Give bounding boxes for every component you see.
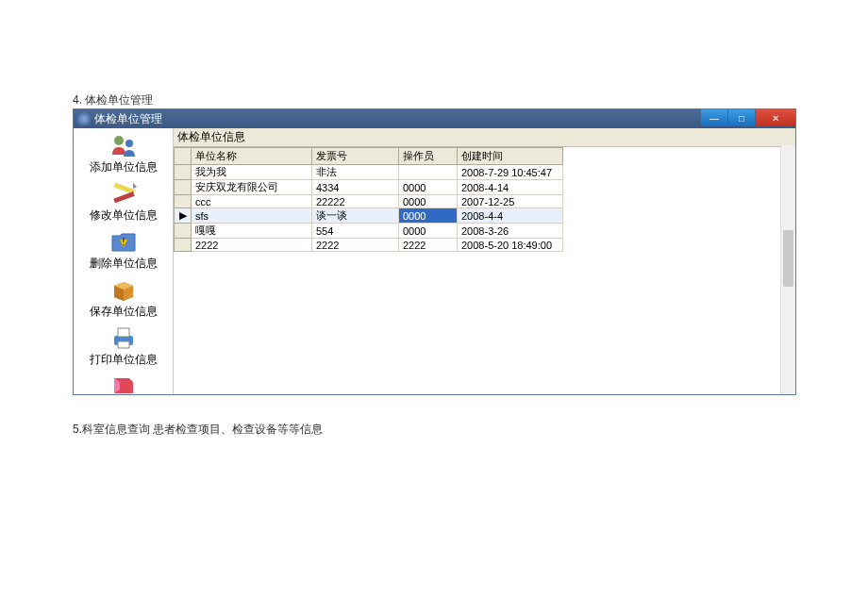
row-handle-header <box>175 148 192 165</box>
row-handle[interactable] <box>175 165 192 180</box>
svg-point-0 <box>114 136 124 145</box>
cell-time[interactable]: 2008-7-29 10:45:47 <box>458 165 563 180</box>
sidebar-item-add[interactable]: 添加单位信息 <box>74 130 173 178</box>
table-row[interactable]: 我为我非法2008-7-29 10:45:47 <box>175 165 563 180</box>
cell-operator[interactable] <box>399 165 458 180</box>
sidebar-item-delete[interactable]: ! 删除单位信息 <box>74 226 173 274</box>
units-table: 单位名称 发票号 操作员 创建时间 我为我非法2008-7-29 10:45:4… <box>174 147 563 252</box>
cell-invoice[interactable]: 554 <box>312 224 399 239</box>
sidebar-item-label: 添加单位信息 <box>90 159 158 175</box>
row-handle[interactable] <box>175 195 192 208</box>
cell-name[interactable]: 2222 <box>192 239 312 252</box>
app-icon <box>77 112 91 125</box>
add-user-icon <box>107 132 141 158</box>
unit-management-window: 体检单位管理 — □ ✕ 添加单位信息 <box>73 108 796 395</box>
sidebar-item-edit[interactable]: 修改单位信息 <box>74 178 173 226</box>
doc-section-5-label: 5.科室信息查询 患者检查项目、检查设备等等信息 <box>73 422 323 438</box>
scrollbar-thumb[interactable] <box>783 230 793 287</box>
cell-invoice[interactable]: 非法 <box>312 165 399 180</box>
cell-operator[interactable]: 0000 <box>399 195 458 208</box>
printer-icon <box>107 324 141 351</box>
col-header-invoice[interactable]: 发票号 <box>312 148 399 165</box>
cell-time[interactable]: 2007-12-25 <box>458 195 563 208</box>
window-title: 体检单位管理 <box>94 111 162 127</box>
cell-operator[interactable]: 2222 <box>399 239 458 252</box>
cell-name[interactable]: ccc <box>192 195 312 208</box>
row-handle[interactable] <box>175 224 192 239</box>
cell-invoice[interactable]: 22222 <box>312 195 399 208</box>
svg-rect-9 <box>118 341 129 348</box>
maximize-button[interactable]: □ <box>728 109 755 126</box>
cell-invoice[interactable]: 4334 <box>312 180 399 195</box>
svg-rect-8 <box>118 328 129 337</box>
title-bar: 体检单位管理 — □ ✕ <box>74 109 795 128</box>
cell-time[interactable]: 2008-4-4 <box>458 208 563 224</box>
svg-text:!: ! <box>122 237 125 247</box>
box-icon <box>107 276 141 303</box>
close-button[interactable]: ✕ <box>756 109 795 126</box>
table-row[interactable]: 2222222222222008-5-20 18:49:00 <box>175 239 563 252</box>
sidebar-item-print[interactable]: 打印单位信息 <box>74 323 173 371</box>
svg-marker-4 <box>133 183 137 189</box>
table-row[interactable]: ccc2222200002007-12-25 <box>175 195 563 208</box>
cell-name[interactable]: 嘎嘎 <box>192 224 312 239</box>
row-handle[interactable] <box>175 239 192 252</box>
sidebar: 添加单位信息 修改单位信息 ! <box>74 128 174 394</box>
doc-section-4-label: 4. 体检单位管理 <box>73 92 153 108</box>
row-handle[interactable] <box>175 180 192 195</box>
cell-name[interactable]: 安庆双龙有限公司 <box>192 180 312 195</box>
cell-time[interactable]: 2008-5-20 18:49:00 <box>458 239 563 252</box>
cell-invoice[interactable]: 谈一谈 <box>312 208 399 224</box>
pencil-ruler-icon <box>107 180 141 207</box>
sidebar-item-label: 修改单位信息 <box>90 207 158 224</box>
table-row[interactable]: ▶sfs谈一谈00002008-4-4 <box>175 208 563 224</box>
row-handle[interactable]: ▶ <box>175 208 192 224</box>
cell-operator[interactable]: 0000 <box>399 180 458 195</box>
window-controls: — □ ✕ <box>700 109 795 126</box>
data-grid[interactable]: 单位名称 发票号 操作员 创建时间 我为我非法2008-7-29 10:45:4… <box>174 147 795 394</box>
svg-rect-3 <box>113 191 134 203</box>
svg-point-1 <box>125 140 133 147</box>
col-header-operator[interactable]: 操作员 <box>399 148 458 165</box>
cell-name[interactable]: sfs <box>192 208 312 224</box>
sidebar-item-label: 删除单位信息 <box>90 256 158 272</box>
sidebar-item-exit[interactable]: 退出单位管理 <box>74 371 173 394</box>
cell-time[interactable]: 2008-4-14 <box>458 180 563 195</box>
table-row[interactable]: 嘎嘎55400002008-3-26 <box>175 224 563 239</box>
folder-delete-icon: ! <box>107 228 141 255</box>
cell-name[interactable]: 我为我 <box>192 165 312 180</box>
vertical-scrollbar[interactable] <box>780 145 795 394</box>
exit-icon <box>107 373 141 394</box>
cell-time[interactable]: 2008-3-26 <box>458 224 563 239</box>
window-body: 添加单位信息 修改单位信息 ! <box>74 128 795 394</box>
minimize-button[interactable]: — <box>701 109 727 126</box>
col-header-name[interactable]: 单位名称 <box>192 148 312 165</box>
cell-operator[interactable]: 0000 <box>399 224 458 239</box>
table-row[interactable]: 安庆双龙有限公司433400002008-4-14 <box>175 180 563 195</box>
cell-invoice[interactable]: 2222 <box>312 239 399 252</box>
sidebar-item-label: 打印单位信息 <box>90 352 158 368</box>
group-label: 体检单位信息 <box>174 128 795 147</box>
content-area: 体检单位信息 单位名称 发票号 操作员 创建时间 我为我非法2008-7-29 … <box>174 128 795 394</box>
sidebar-item-label: 保存单位信息 <box>90 304 158 320</box>
col-header-time[interactable]: 创建时间 <box>458 148 563 165</box>
sidebar-item-save[interactable]: 保存单位信息 <box>74 274 173 323</box>
cell-operator[interactable]: 0000 <box>399 208 458 224</box>
